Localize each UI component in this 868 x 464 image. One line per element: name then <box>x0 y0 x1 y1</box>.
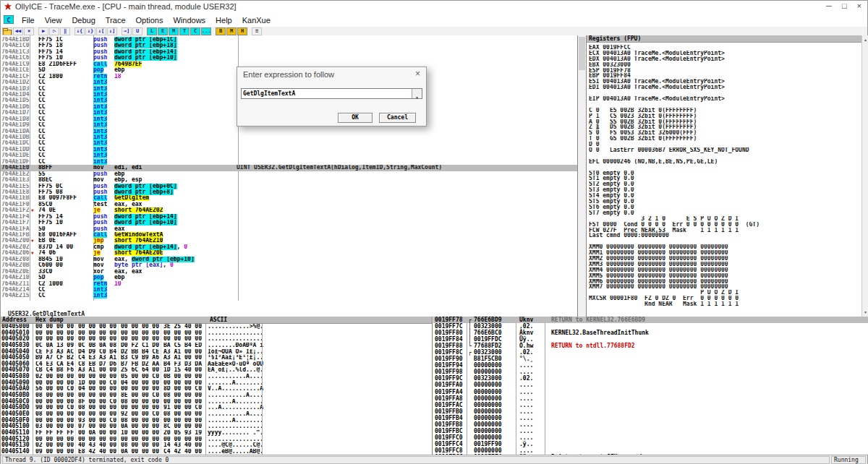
step-over-button[interactable]: ↓} <box>85 27 95 35</box>
disasm-row[interactable]: 764AE1C0FF75 18push dword ptr [ebp+18] <box>1 43 577 48</box>
register-line[interactable]: FST 0000 Cond 0 0 0 0 Err 0 0 0 0 0 0 0 … <box>589 222 861 228</box>
register-line[interactable]: 3 2 1 0 E S P U O Z D I <box>589 216 861 222</box>
dump-row[interactable]: 0040508002 00 00 0000 00 00 0005 00 00 C… <box>1 374 432 380</box>
register-line[interactable]: ST3 empty 0.0 <box>589 187 861 193</box>
dump-row[interactable]: 004050B008 00 00 0000 00 00 008E 00 00 C… <box>1 392 432 399</box>
register-line[interactable]: ST5 empty 0.0 <box>589 199 861 205</box>
more-windows-button[interactable]: ... <box>201 27 211 35</box>
disasm-row[interactable]: 764AE1F7FF75 10push dword ptr [ebp+10] <box>1 220 577 225</box>
handles-window-button[interactable]: H <box>237 27 247 35</box>
register-line[interactable]: P 1 CS 0023 32bit 0(FFFFFFFF) <box>589 113 861 119</box>
restart-button[interactable]: ◀◀ <box>13 27 23 35</box>
disasm-row[interactable]: 764AE1C6FF75 10push dword ptr [ebp+10] <box>1 55 577 61</box>
disasm-row[interactable]: 764AE1EBE8 0097F8FFcall GetDlgItem <box>1 195 577 201</box>
register-line[interactable]: EDI 004013A0 TraceMe.<ModuleEntryPoint> <box>589 85 861 90</box>
disasm-row[interactable]: 764AE1FA50push eax <box>1 226 577 232</box>
dump-row[interactable]: 00405070CB C4 B8 F6A3 A1 00 0025 6C 64 0… <box>1 367 432 374</box>
stack-row[interactable]: 0019FF9400000000.... <box>433 362 868 369</box>
menu-item-kanxue[interactable]: KanXue <box>237 16 276 25</box>
register-line[interactable] <box>589 153 861 159</box>
stack-row[interactable]: 0019FFA800000000.... <box>433 395 868 402</box>
register-line[interactable]: ST0 empty 0.0 <box>589 171 861 176</box>
disasm-row[interactable]: 764AE200▼EB 0Ejmp short 764AE210 <box>1 238 577 244</box>
scrollbar-thumb[interactable] <box>579 37 585 70</box>
register-line[interactable]: XMM0 00000000 00000000 00000000 00000000 <box>589 244 861 250</box>
register-line[interactable]: S 0 FS 0053 32bit 326000(FFF) <box>589 130 861 136</box>
dump-pane[interactable]: Address Hex dump ASCII 0040500000 00 00 … <box>1 317 433 455</box>
ok-button[interactable]: OK <box>338 113 373 123</box>
dump-row[interactable]: 0040502000 00 00 0000 00 00 0000 00 00 0… <box>1 336 432 343</box>
stack-row[interactable]: 0019FFB400000000.... <box>433 415 868 421</box>
stack-row[interactable]: 0019FF88└77688FD2Ò.hwRETURN to ntdll.776… <box>433 343 868 349</box>
register-line[interactable]: C 0 ES 002B 32bit 0(FFFFFFFF) <box>589 108 861 113</box>
disasm-row[interactable]: 764AE20E33C0xor eax, eax <box>1 269 577 275</box>
register-line[interactable]: EFL 00000246 (NO,NB,E,BE,NS,PE,GE,LE) <box>589 159 861 165</box>
register-line[interactable]: XMM7 00000000 00000000 00000000 00000000 <box>589 284 861 290</box>
disasm-row[interactable]: 764AE1DBCCint3 <box>1 134 577 140</box>
register-line[interactable]: A 0 SS 002B 32bit 0(FFFFFFFF) <box>589 119 861 125</box>
breakpoints-window-button[interactable]: B <box>216 27 226 35</box>
disasm-row[interactable]: 764AE1E38BECmov ebp, esp <box>1 177 577 183</box>
scroll-down-icon[interactable]: ▼ <box>862 310 868 314</box>
disasm-row[interactable]: 764AE20BC600 00mov byte ptr [eax], 0 <box>1 262 577 268</box>
dump-row[interactable]: 004050F000 00 00 0093 00 00 C008 00 00 0… <box>1 418 432 424</box>
register-line[interactable]: EAX 0019FFCC <box>589 45 861 51</box>
stack-row[interactable]: 0019FFC40019FF90.ÿ.. <box>433 441 868 447</box>
disasm-row[interactable]: 764AE1F085C0test eax, eax <box>1 202 577 207</box>
register-line[interactable]: Z 1 DS 002B 32bit 0(FFFFFFFF) <box>589 124 861 130</box>
registers-scrollbar[interactable]: ▲ ▼ <box>861 35 868 317</box>
registers-pane[interactable]: Registers (FPU) EAX 0019FFCCECX 004013A0… <box>587 35 861 317</box>
disasm-row[interactable]: 764AE202837D 14 00cmp dword ptr [ebp+14]… <box>1 244 577 250</box>
register-line[interactable]: D 0 <box>589 142 861 147</box>
combo-dropdown-button[interactable]: ▼ <box>412 89 422 98</box>
maximize-button[interactable]: □ <box>842 1 847 10</box>
stack-row[interactable]: 0019FF84│0019FFDCÜÿ.. <box>433 336 868 343</box>
executables-window-button[interactable]: E <box>158 27 168 35</box>
stack-row[interactable]: 0019FF80│766E6BC0ÀknvKERNEL32.BaseThread… <box>433 330 868 336</box>
register-line[interactable]: EIP 004013A0 TraceMe.<ModuleEntryPoint> <box>589 96 861 102</box>
disasm-row[interactable]: 764AE2088B45 10mov eax, dword ptr [ebp+1… <box>1 257 577 262</box>
register-line[interactable]: MXCSR 00001F80 FZ 0 DZ 0 Err 0 0 0 0 0 0 <box>589 296 861 301</box>
pause-button[interactable]: ‖ <box>60 27 70 35</box>
stack-row[interactable]: 0019FFAC00000000.... <box>433 402 868 408</box>
stack-row[interactable]: 0019FFB800000000.... <box>433 421 868 428</box>
dump-row[interactable]: 0040500000 00 00 0000 00 00 0000 00 00 0… <box>1 324 432 330</box>
register-line[interactable] <box>589 165 861 171</box>
dump-row[interactable]: 0040512000 00 00 0000 00 00 0000 00 00 0… <box>1 437 432 443</box>
menu-item-help[interactable]: Help <box>210 16 237 25</box>
register-line[interactable]: ECX 004013A0 TraceMe.<ModuleEntryPoint> <box>589 51 861 56</box>
stack-row[interactable]: 0019FF8C┌00323000.02. <box>433 349 868 356</box>
disasm-row[interactable]: 764AE1BDFF75 1Cpush dword ptr [ebp+1C] <box>1 37 577 43</box>
register-line[interactable]: XMM1 00000000 00000000 00000000 00000000 <box>589 250 861 256</box>
register-line[interactable]: Last cmnd 0000:00000000 <box>589 233 861 239</box>
dump-row[interactable]: 00405060C4 E3 CA E4C8 EB D7 D6B7 FB D2 A… <box>1 361 432 368</box>
disasm-row[interactable]: 764AE1DECCint3 <box>1 152 577 158</box>
scroll-up-icon[interactable]: ▲ <box>862 38 868 42</box>
disasm-row[interactable]: 764AE214CCint3 <box>1 287 577 293</box>
stack-row[interactable]: 0019FF9C00323000.02. <box>433 375 868 382</box>
register-line[interactable]: ST7 empty 0.0 <box>589 210 861 216</box>
register-line[interactable]: XMM3 00000000 00000000 00000000 00000000 <box>589 262 861 267</box>
disasm-row[interactable]: 764AE1F2▼74 0Eje short 764AE202 <box>1 207 577 213</box>
register-line[interactable]: XMM4 00000000 00000000 00000000 00000000 <box>589 267 861 273</box>
cpu-window-icon[interactable]: C <box>4 15 14 24</box>
disasm-row[interactable]: 764AE1F4FF75 14push dword ptr [ebp+14] <box>1 214 577 220</box>
dump-row[interactable]: 004050300C 0A 13 090C 0B 0A 08D0 F2 C1 D… <box>1 343 432 349</box>
memory-map-button[interactable]: M <box>226 27 237 35</box>
execute-till-return-button[interactable]: →] <box>122 27 132 35</box>
disassembly-scrollbar[interactable] <box>578 35 587 317</box>
dialog-close-icon[interactable]: × <box>415 69 420 79</box>
stack-row[interactable]: 0019FF90B81F5CB0°\.¸ <box>433 356 868 362</box>
register-line[interactable] <box>589 239 861 244</box>
dump-row[interactable]: 0040509000 00 00 001D 00 00 C004 00 00 0… <box>1 380 432 387</box>
stack-pane[interactable]: 0019FF78┌766E6BD9ÙknvRETURN to KERNEL32.… <box>433 317 868 455</box>
register-line[interactable] <box>589 102 861 108</box>
expression-combobox[interactable]: GetDlgItemTextA ▼ <box>241 88 422 99</box>
disasm-row[interactable]: 764AE2105Dpop ebp <box>1 275 577 280</box>
register-line[interactable]: ST6 empty 0.0 <box>589 205 861 210</box>
register-line[interactable]: EBP 0019FF84 <box>589 73 861 79</box>
disasm-row[interactable]: 764AE1C3FF75 14push dword ptr [ebp+14] <box>1 49 577 55</box>
dump-row[interactable]: 00405110FF FF FF FF00 0A 00 0010 00 00 0… <box>1 430 432 437</box>
disasm-row[interactable]: 764AE1FBE8 0016FAFFcall GetWindowTextA <box>1 232 577 238</box>
register-line[interactable]: O 0 LastErr 000036B7 ERROR_SXS_KEY_NOT_F… <box>589 147 861 153</box>
